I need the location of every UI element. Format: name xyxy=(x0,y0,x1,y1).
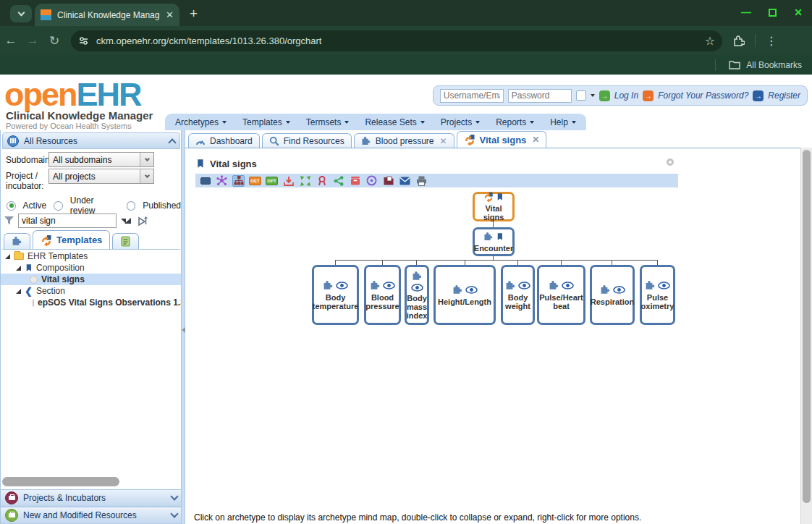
tab-close-icon[interactable]: ✕ xyxy=(532,135,539,145)
download-icon[interactable] xyxy=(282,175,295,187)
archive-icon[interactable] xyxy=(349,175,361,187)
bookmark-star-icon[interactable]: ☆ xyxy=(705,34,715,48)
run-search-icon[interactable] xyxy=(136,216,148,227)
site-info-icon[interactable] xyxy=(78,35,89,46)
expand-triangle-icon[interactable] xyxy=(5,254,10,259)
orgchart-node-pulse-heart-beat[interactable]: Pulse/Heart beat xyxy=(537,265,585,325)
orgchart-node-encounter[interactable]: Encounter xyxy=(473,227,515,256)
orgchart-node-body-mass-index[interactable]: Body mass index xyxy=(405,265,429,325)
forgot-password-arrow-icon[interactable]: → xyxy=(643,90,654,101)
tab-templates[interactable]: Templates xyxy=(33,230,110,249)
forward-icon[interactable]: → xyxy=(22,33,43,48)
username-field[interactable] xyxy=(440,89,504,103)
share-icon[interactable] xyxy=(332,175,344,187)
opt-download-icon[interactable]: OPT xyxy=(266,175,278,187)
browser-tab[interactable]: Clinical Knowledge Manager ✕ xyxy=(35,4,179,26)
under-review-radio[interactable] xyxy=(54,201,63,211)
repository-folder-icon[interactable] xyxy=(382,175,394,187)
active-radio[interactable] xyxy=(7,201,16,211)
window-close-button[interactable]: ✕ xyxy=(790,4,806,20)
back-icon[interactable]: ← xyxy=(0,33,22,48)
select-chevron-icon[interactable] xyxy=(140,153,153,166)
connector-line xyxy=(493,221,494,227)
openehr-logo[interactable]: openEHR xyxy=(4,76,141,114)
tree-node-vital-signs[interactable]: Vital signs xyxy=(1,274,182,285)
tab-close-icon[interactable]: ✕ xyxy=(439,136,447,146)
register-link[interactable]: Register xyxy=(768,90,800,101)
reload-icon[interactable]: ↻ xyxy=(43,33,65,48)
expand-triangle-icon[interactable] xyxy=(16,266,21,271)
password-field[interactable] xyxy=(508,89,572,103)
advanced-search-icon[interactable] xyxy=(120,216,132,226)
collapse-all-icon[interactable] xyxy=(299,175,311,187)
ribbon-icon[interactable] xyxy=(316,175,328,187)
tree-node-section[interactable]: ❮ Section xyxy=(1,285,182,297)
orgchart-node-vital-signs[interactable]: Vital signs xyxy=(473,192,515,221)
window-maximize-button[interactable] xyxy=(764,4,780,20)
tab-termsets[interactable] xyxy=(112,233,139,249)
subdomain-select[interactable]: All subdomains xyxy=(48,152,154,167)
orgchart-icon[interactable] xyxy=(232,175,245,187)
menu-release-sets[interactable]: Release Sets xyxy=(365,117,424,127)
print-icon[interactable] xyxy=(415,175,428,187)
new-tab-button[interactable]: + xyxy=(190,6,198,22)
collapse-chevron-icon[interactable] xyxy=(168,138,176,146)
orgchart-node-blood-pressure[interactable]: Blood pressure xyxy=(364,265,401,325)
project-select[interactable]: All projects xyxy=(48,169,154,184)
tab-vital-signs[interactable]: Vital signs ✕ xyxy=(457,131,547,148)
tab-find-resources[interactable]: Find Resources xyxy=(262,133,352,148)
refresh-swirl-icon[interactable] xyxy=(365,175,378,187)
search-input[interactable] xyxy=(18,214,117,228)
menu-termsets[interactable]: Termsets xyxy=(306,117,350,127)
select-chevron-icon[interactable] xyxy=(140,169,153,183)
archetype-puzzle-icon xyxy=(370,280,381,291)
mail-icon[interactable] xyxy=(399,175,411,187)
tab-dashboard[interactable]: Dashboard xyxy=(188,133,260,148)
oet-download-icon[interactable]: OET xyxy=(249,175,261,187)
new-modified-panel[interactable]: New and Modified Resources xyxy=(1,507,182,524)
login-options-dropdown-icon[interactable] xyxy=(591,94,595,97)
menu-reports[interactable]: Reports xyxy=(496,117,534,127)
all-resources-header[interactable]: All Resources xyxy=(2,132,180,149)
log-in-link[interactable]: Log In xyxy=(614,90,638,101)
eye-icon xyxy=(613,286,625,294)
orgchart-node-body-weight[interactable]: Body weight xyxy=(501,265,535,325)
menu-templates[interactable]: Templates xyxy=(242,117,290,127)
browser-menu-icon[interactable]: ⋮ xyxy=(766,34,777,48)
projects-incubators-panel[interactable]: Projects & Incubators xyxy=(1,489,182,507)
scrollbar-thumb[interactable] xyxy=(2,477,119,486)
main-vertical-scrollbar[interactable] xyxy=(800,148,812,524)
menu-help[interactable]: Help xyxy=(550,117,576,127)
tab-close-icon[interactable]: ✕ xyxy=(166,9,174,20)
orgchart-node-height-length[interactable]: Height/Length xyxy=(434,265,496,325)
tab-blood-pressure[interactable]: Blood pressure ✕ xyxy=(354,133,454,148)
template-tree: EHR Templates Composition Vital signs ❮ … xyxy=(1,250,182,308)
sidebar-horizontal-scrollbar[interactable] xyxy=(1,476,182,487)
menu-projects[interactable]: Projects xyxy=(441,117,480,127)
expand-chevron-icon[interactable] xyxy=(170,492,178,500)
forgot-password-link[interactable]: Forgot Your Password? xyxy=(658,90,748,101)
published-radio[interactable] xyxy=(127,201,136,211)
all-bookmarks-button[interactable]: All Bookmarks xyxy=(746,60,802,70)
scrollbar-thumb[interactable] xyxy=(803,150,811,503)
window-minimize-button[interactable]: — xyxy=(738,4,754,20)
register-arrow-icon[interactable]: → xyxy=(753,90,764,101)
url-text[interactable]: ckm.openehr.org/ckm/templates/1013.26.38… xyxy=(96,35,698,46)
expand-chevron-icon[interactable] xyxy=(170,510,178,517)
log-in-arrow-icon[interactable]: → xyxy=(599,90,610,101)
tree-node-composition[interactable]: Composition xyxy=(1,262,182,274)
orgchart-node-pulse-oximetry[interactable]: Pulse oximetry xyxy=(640,265,675,325)
tree-node-ehr-templates[interactable]: EHR Templates xyxy=(1,250,182,262)
mindmap-icon[interactable] xyxy=(216,175,228,187)
orgchart-node-body-temperature[interactable]: Body temperature xyxy=(312,265,359,325)
tab-search-button[interactable] xyxy=(10,5,32,22)
url-bar[interactable]: ckm.openehr.org/ckm/templates/1013.26.38… xyxy=(71,30,722,51)
flag-icon[interactable] xyxy=(199,175,211,187)
orgchart-node-respiration[interactable]: Respiration xyxy=(590,265,635,325)
tab-archetypes[interactable] xyxy=(4,233,30,249)
menu-archetypes[interactable]: Archetypes xyxy=(175,117,227,127)
extensions-icon[interactable] xyxy=(732,35,745,47)
expand-triangle-icon[interactable] xyxy=(16,289,21,294)
tree-node-epsos[interactable]: epSOS Vital Signs Observations 1.3.6.1 xyxy=(1,297,182,308)
remember-me-checkbox[interactable] xyxy=(576,90,586,101)
